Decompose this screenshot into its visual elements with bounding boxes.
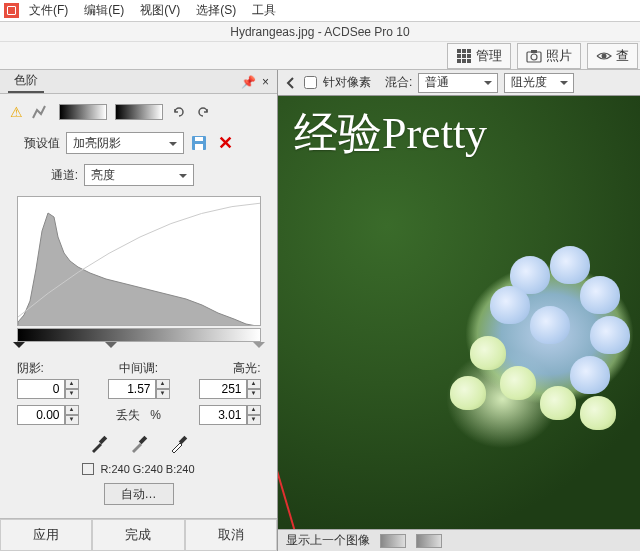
levels-panel: 色阶 📌 × ⚠ 预设值 加亮阴影 ✕ 通道: (0, 70, 278, 551)
status-text: 显示上一个图像 (286, 532, 370, 549)
menu-view[interactable]: 视图(V) (134, 0, 186, 21)
up-icon[interactable]: ▲ (65, 379, 79, 389)
view-button[interactable]: 查 (587, 43, 638, 69)
svg-rect-6 (457, 59, 461, 63)
svg-rect-11 (531, 50, 537, 53)
pixel-label: 针对像素 (323, 74, 371, 91)
back-icon[interactable] (284, 76, 298, 90)
gradient-preview-2[interactable] (115, 104, 163, 120)
brush-icon[interactable] (31, 104, 51, 120)
status-thumb-1[interactable] (380, 534, 406, 548)
channel-select[interactable]: 亮度 (84, 164, 194, 186)
apply-button[interactable]: 应用 (0, 519, 92, 551)
shadow-input[interactable]: ▲▼ (17, 379, 79, 399)
auto-button[interactable]: 自动… (104, 483, 174, 505)
up-icon[interactable]: ▲ (247, 379, 261, 389)
clip-left-input[interactable]: ▲▼ (17, 405, 79, 425)
close-icon[interactable]: × (262, 75, 269, 89)
preview-checkbox[interactable] (82, 463, 94, 475)
svg-rect-2 (467, 49, 471, 53)
lost-label: 丢失 (116, 408, 140, 422)
opacity-select[interactable]: 阻光度 (504, 73, 574, 93)
warning-icon: ⚠ (10, 104, 23, 120)
mode-toolbar: 管理 照片 查 (0, 42, 640, 70)
svg-rect-16 (98, 436, 106, 444)
blend-select[interactable]: 普通 (418, 73, 498, 93)
svg-rect-4 (462, 54, 466, 58)
status-bar: 显示上一个图像 (278, 529, 640, 551)
midtone-label: 中间调: (119, 360, 158, 377)
menu-tools[interactable]: 工具 (246, 0, 282, 21)
highlight-input[interactable]: ▲▼ (199, 379, 261, 399)
white-eyedropper-icon[interactable] (168, 433, 190, 455)
done-button[interactable]: 完成 (92, 519, 184, 551)
svg-point-10 (531, 54, 537, 60)
histogram[interactable] (17, 196, 261, 326)
svg-rect-17 (138, 436, 146, 444)
title-bar: Hydrangeas.jpg - ACDSee Pro 10 (0, 22, 640, 42)
black-eyedropper-icon[interactable] (88, 433, 110, 455)
up-icon[interactable]: ▲ (156, 379, 170, 389)
undo-icon[interactable] (171, 104, 187, 120)
menu-bar: 文件(F) 编辑(E) 视图(V) 选择(S) 工具 (0, 0, 640, 22)
down-icon[interactable]: ▼ (247, 389, 261, 399)
down-icon[interactable]: ▼ (156, 389, 170, 399)
app-icon (4, 3, 19, 18)
shadow-slider-handle[interactable] (13, 342, 25, 354)
pin-icon[interactable]: 📌 (241, 75, 256, 89)
image-canvas[interactable]: 经验Pretty (278, 96, 640, 529)
grid-icon (456, 48, 472, 64)
cancel-button[interactable]: 取消 (185, 519, 277, 551)
menu-edit[interactable]: 编辑(E) (78, 0, 130, 21)
svg-rect-1 (462, 49, 466, 53)
preset-select[interactable]: 加亮阴影 (66, 132, 184, 154)
menu-file[interactable]: 文件(F) (23, 0, 74, 21)
svg-rect-15 (195, 144, 203, 150)
status-thumb-2[interactable] (416, 534, 442, 548)
highlight-label: 高光: (233, 360, 260, 377)
midtone-input[interactable]: ▲▼ (108, 379, 170, 399)
shadow-label: 阴影: (17, 360, 44, 377)
panel-tab-levels[interactable]: 色阶 (8, 70, 44, 93)
clip-right-input[interactable]: ▲▼ (199, 405, 261, 425)
canvas-toolbar: 针对像素 混合: 普通 阻光度 (278, 70, 640, 96)
blend-label: 混合: (385, 74, 412, 91)
menu-select[interactable]: 选择(S) (190, 0, 242, 21)
preset-label: 预设值 (10, 135, 60, 152)
gray-eyedropper-icon[interactable] (128, 433, 150, 455)
midtone-slider-handle[interactable] (105, 342, 117, 354)
down-icon[interactable]: ▼ (65, 389, 79, 399)
camera-icon (526, 48, 542, 64)
image-overlay-text: 经验Pretty (294, 104, 487, 163)
svg-rect-3 (457, 54, 461, 58)
svg-rect-8 (467, 59, 471, 63)
window-title: Hydrangeas.jpg - ACDSee Pro 10 (230, 25, 409, 39)
rgb-readout: R:240 G:240 B:240 (100, 463, 194, 475)
photo-button[interactable]: 照片 (517, 43, 581, 69)
channel-label: 通道: (28, 167, 78, 184)
levels-sliders[interactable] (17, 342, 261, 356)
histogram-gradient (17, 328, 261, 342)
pixel-checkbox[interactable] (304, 76, 317, 89)
save-preset-icon[interactable] (190, 134, 208, 152)
redo-icon[interactable] (195, 104, 211, 120)
svg-rect-0 (457, 49, 461, 53)
svg-rect-14 (195, 137, 203, 141)
svg-rect-7 (462, 59, 466, 63)
delete-preset-icon[interactable]: ✕ (214, 132, 237, 154)
svg-rect-5 (467, 54, 471, 58)
highlight-slider-handle[interactable] (253, 342, 265, 354)
manage-button[interactable]: 管理 (447, 43, 511, 69)
gradient-preview-1[interactable] (59, 104, 107, 120)
svg-point-12 (602, 53, 607, 58)
eye-icon (596, 48, 612, 64)
